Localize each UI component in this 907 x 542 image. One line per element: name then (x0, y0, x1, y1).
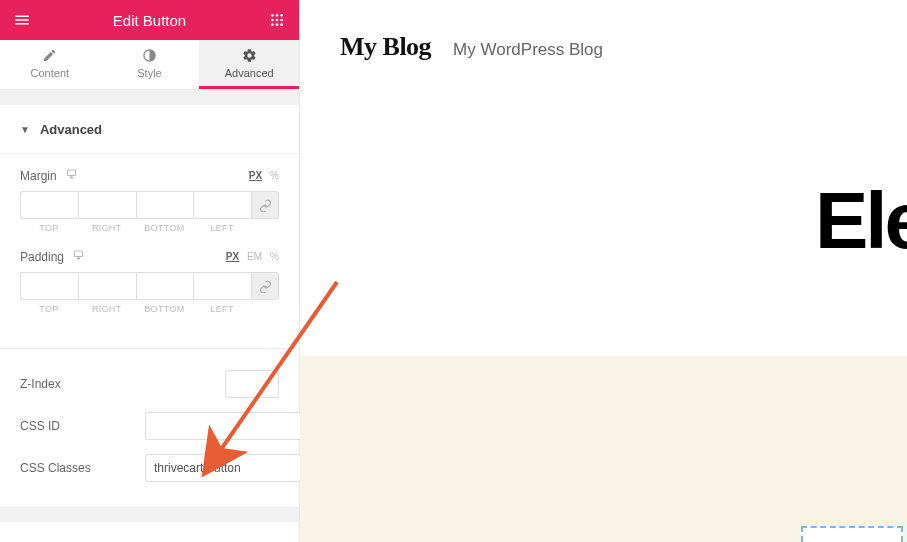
zindex-label: Z-Index (20, 377, 61, 391)
preview-header: My Blog My WordPress Blog (300, 0, 907, 114)
padding-bottom-input[interactable] (136, 272, 194, 300)
panel-header: Edit Button (0, 0, 299, 40)
panel-gap-2 (0, 508, 299, 522)
desktop-icon[interactable] (65, 168, 78, 183)
panel-title: Edit Button (32, 12, 267, 29)
tab-content[interactable]: Content (0, 40, 100, 89)
zindex-input[interactable] (225, 370, 279, 398)
margin-bottom-caption: BOTTOM (136, 223, 194, 233)
padding-right-caption: RIGHT (78, 304, 136, 314)
control-margin: Margin PX % TOP RIGHT BOTTOM LEFT (20, 168, 279, 233)
desktop-icon[interactable] (72, 249, 85, 264)
margin-link-button[interactable] (251, 191, 279, 219)
section-advanced-header[interactable]: ▼ Advanced (0, 105, 299, 153)
tab-advanced-label: Advanced (225, 67, 274, 79)
padding-units: PX EM % (226, 251, 279, 262)
tab-advanced[interactable]: Advanced (199, 40, 299, 89)
preview-area: My Blog My WordPress Blog Ele (300, 0, 907, 542)
site-title[interactable]: My Blog (340, 32, 431, 62)
margin-units: PX % (249, 170, 279, 181)
margin-inputs: TOP RIGHT BOTTOM LEFT (20, 191, 279, 233)
padding-left-caption: LEFT (193, 304, 251, 314)
padding-top-input[interactable] (20, 272, 78, 300)
padding-left-input[interactable] (193, 272, 251, 300)
section-motion-effects-title: Motion Effects (35, 539, 125, 543)
editor-panel: Edit Button Content Style Advanced ▼ Adv… (0, 0, 300, 542)
css-id-label: CSS ID (20, 419, 60, 433)
preview-band (300, 356, 907, 542)
section-advanced-body-2: Z-Index CSS ID CSS Classes (0, 348, 299, 507)
menu-icon[interactable] (12, 10, 32, 30)
svg-point-7 (276, 23, 279, 26)
add-section-hint[interactable] (801, 526, 903, 542)
margin-label: Margin (20, 169, 57, 183)
svg-point-4 (276, 19, 279, 22)
section-advanced-body: Margin PX % TOP RIGHT BOTTOM LEFT (0, 153, 299, 348)
css-classes-label: CSS Classes (20, 461, 91, 475)
site-tagline: My WordPress Blog (453, 40, 603, 60)
control-padding: Padding PX EM % TOP RIGHT BOTTOM (20, 249, 279, 314)
control-zindex: Z-Index (20, 363, 279, 405)
svg-point-8 (280, 23, 283, 26)
svg-point-1 (276, 14, 279, 17)
section-motion-effects: ▸ Motion Effects (0, 522, 299, 542)
padding-unit-px[interactable]: PX (226, 251, 239, 262)
svg-point-2 (280, 14, 283, 17)
padding-unit-em[interactable]: EM (247, 251, 262, 262)
tab-content-label: Content (31, 67, 70, 79)
margin-top-caption: TOP (20, 223, 78, 233)
padding-right-input[interactable] (78, 272, 136, 300)
padding-unit-pct[interactable]: % (270, 251, 279, 262)
apps-icon[interactable] (267, 10, 287, 30)
section-advanced-title: Advanced (40, 122, 102, 137)
svg-point-5 (280, 19, 283, 22)
control-css-id: CSS ID (20, 405, 279, 447)
margin-right-input[interactable] (78, 191, 136, 219)
padding-bottom-caption: BOTTOM (136, 304, 194, 314)
tab-style[interactable]: Style (100, 40, 200, 89)
heading-cropped: Ele (815, 175, 907, 267)
margin-right-caption: RIGHT (78, 223, 136, 233)
margin-left-input[interactable] (193, 191, 251, 219)
margin-top-input[interactable] (20, 191, 78, 219)
panel-tabs: Content Style Advanced (0, 40, 299, 90)
css-classes-input[interactable] (145, 454, 312, 482)
caret-down-icon: ▼ (20, 124, 30, 135)
tab-style-label: Style (137, 67, 161, 79)
padding-inputs: TOP RIGHT BOTTOM LEFT (20, 272, 279, 314)
svg-point-0 (271, 14, 274, 17)
section-advanced: ▼ Advanced Margin PX % (0, 105, 299, 508)
css-id-input[interactable] (145, 412, 312, 440)
margin-bottom-input[interactable] (136, 191, 194, 219)
margin-unit-px[interactable]: PX (249, 170, 262, 181)
panel-gap (0, 90, 299, 105)
padding-link-button[interactable] (251, 272, 279, 300)
margin-left-caption: LEFT (193, 223, 251, 233)
svg-point-6 (271, 23, 274, 26)
padding-top-caption: TOP (20, 304, 78, 314)
margin-unit-pct[interactable]: % (270, 170, 279, 181)
padding-label: Padding (20, 250, 64, 264)
control-css-classes: CSS Classes (20, 447, 279, 489)
section-motion-effects-header[interactable]: ▸ Motion Effects (0, 522, 299, 542)
svg-point-3 (271, 19, 274, 22)
